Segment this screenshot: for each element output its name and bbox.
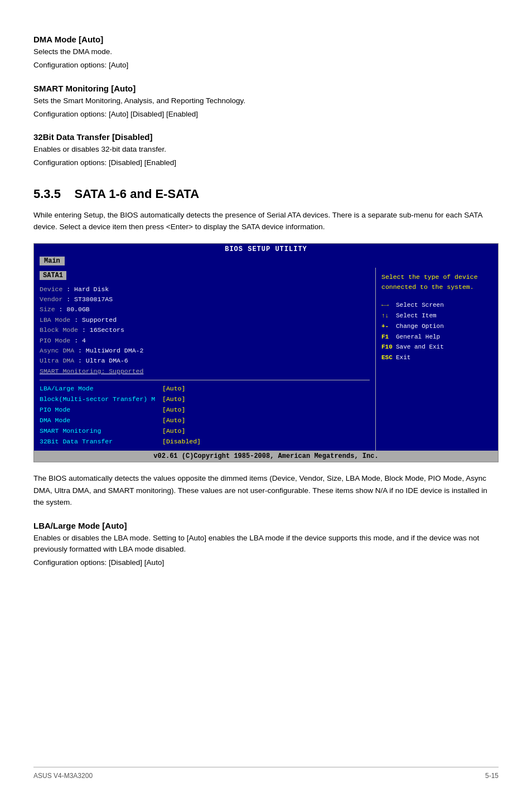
opt-block: Block(Multi-sector Transfer) M [Auto] bbox=[40, 394, 370, 405]
footer-right: 5-15 bbox=[485, 772, 499, 780]
32bit-heading: 32Bit Data Transfer [Disabled] bbox=[33, 132, 499, 142]
key-screen: ←→ Select Screen bbox=[381, 300, 492, 311]
opt-lba: LBA/Large Mode [Auto] bbox=[40, 384, 370, 394]
footer-left: ASUS V4-M3A3200 bbox=[33, 772, 93, 780]
key-item: ↑↓ Select Item bbox=[381, 311, 492, 321]
key-esc: ESC Exit bbox=[381, 352, 492, 363]
key-f10-label: Save and Exit bbox=[396, 342, 444, 352]
dev-async: Async DMA : MultiWord DMA-2 bbox=[40, 346, 370, 356]
page-footer: ASUS V4-M3A3200 5-15 bbox=[33, 767, 499, 780]
opt-pio: PIO Mode [Auto] bbox=[40, 405, 370, 416]
dev-block: Block Mode : 16Sectors bbox=[40, 325, 370, 335]
key-item-label: Select Item bbox=[396, 311, 437, 321]
dev-vendor: Vendor : ST380817AS bbox=[40, 294, 370, 305]
dev-smart: SMART Monitoring: Supported bbox=[40, 366, 370, 376]
section-32bit: 32Bit Data Transfer [Disabled] Enables o… bbox=[33, 132, 499, 169]
bios-tab: Main bbox=[40, 257, 65, 265]
key-f10: F10 Save and Exit bbox=[381, 342, 492, 352]
lba-config: Configuration options: [Disabled] [Auto] bbox=[33, 557, 499, 568]
bios-help-text: Select the type of device connected to t… bbox=[381, 272, 492, 293]
bios-footer: v02.61 (C)Copyright 1985-2008, American … bbox=[34, 451, 498, 462]
key-f1-label: General Help bbox=[396, 332, 440, 342]
chapter-heading: 5.3.5 SATA 1-6 and E-SATA bbox=[33, 187, 499, 201]
bios-title: BIOS SETUP UTILITY bbox=[34, 244, 498, 255]
plus-minus-icon: +- bbox=[381, 321, 394, 332]
key-option-label: Change Option bbox=[396, 321, 444, 332]
key-option: +- Change Option bbox=[381, 321, 492, 332]
chapter-title: SATA 1-6 and E-SATA bbox=[74, 187, 199, 201]
smart-line2: Configuration options: [Auto] [Disabled]… bbox=[33, 109, 499, 120]
arrow-ud-icon: ↑↓ bbox=[381, 311, 394, 321]
esc-icon: ESC bbox=[381, 352, 394, 363]
chapter-number: 5.3.5 bbox=[33, 187, 61, 201]
dma-mode-heading: DMA Mode [Auto] bbox=[33, 35, 499, 44]
bios-device-info: Device : Hard Disk Vendor : ST380817AS S… bbox=[40, 284, 370, 377]
32bit-line2: Configuration options: [Disabled] [Enabl… bbox=[33, 157, 499, 168]
dev-lba: LBA Mode : Supported bbox=[40, 315, 370, 325]
opt-smart: SMART Monitoring [Auto] bbox=[40, 426, 370, 437]
smart-line1: Sets the Smart Monitoring, Analysis, and… bbox=[33, 95, 499, 107]
arrow-lr-icon: ←→ bbox=[381, 300, 394, 311]
lba-body: Enables or disables the LBA mode. Settin… bbox=[33, 533, 499, 555]
f10-icon: F10 bbox=[381, 342, 394, 352]
32bit-line1: Enables or disables 32-bit data transfer… bbox=[33, 144, 499, 155]
intro-text: While entering Setup, the BIOS automatic… bbox=[33, 209, 499, 233]
opt-32bit: 32Bit Data Transfer [Disabled] bbox=[40, 437, 370, 447]
f1-icon: F1 bbox=[381, 332, 394, 342]
dev-pio: PIO Mode : 4 bbox=[40, 336, 370, 346]
section-dma-mode: DMA Mode [Auto] Selects the DMA mode. Co… bbox=[33, 35, 499, 71]
smart-heading: SMART Monitoring [Auto] bbox=[33, 84, 499, 93]
key-f1: F1 General Help bbox=[381, 332, 492, 342]
key-screen-label: Select Screen bbox=[396, 300, 444, 311]
section-lba: LBA/Large Mode [Auto] Enables or disable… bbox=[33, 521, 499, 569]
dev-size: Size : 80.0GB bbox=[40, 305, 370, 315]
bios-keys: ←→ Select Screen ↑↓ Select Item +- Chang… bbox=[381, 300, 492, 363]
sata-label: SATA1 bbox=[40, 271, 66, 280]
dma-mode-line1: Selects the DMA mode. bbox=[33, 46, 499, 57]
post-bios-text: The BIOS automatically detects the value… bbox=[33, 472, 499, 509]
opt-dma: DMA Mode [Auto] bbox=[40, 416, 370, 426]
lba-heading: LBA/Large Mode [Auto] bbox=[33, 521, 499, 530]
bios-help-panel: Select the type of device connected to t… bbox=[375, 268, 498, 451]
dev-ultra: Ultra DMA : Ultra DMA-6 bbox=[40, 356, 370, 366]
section-smart-monitoring: SMART Monitoring [Auto] Sets the Smart M… bbox=[33, 84, 499, 120]
bios-setup-box: BIOS SETUP UTILITY Main SATA1 Device : H… bbox=[33, 243, 499, 462]
bios-options: LBA/Large Mode [Auto] Block(Multi-sector… bbox=[40, 384, 370, 447]
key-esc-label: Exit bbox=[396, 352, 410, 363]
dma-mode-line2: Configuration options: [Auto] bbox=[33, 60, 499, 71]
dev-device: Device : Hard Disk bbox=[40, 284, 370, 294]
